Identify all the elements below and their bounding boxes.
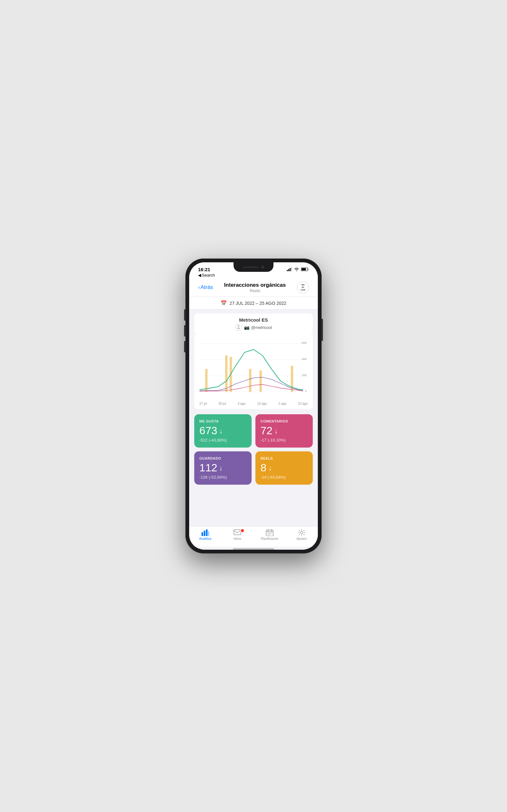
- stat-change-me-gusta: -522 (-43,68%): [199, 438, 246, 443]
- svg-rect-34: [269, 534, 270, 535]
- stat-value-comentarios: 72: [261, 425, 273, 436]
- svg-rect-6: [302, 268, 306, 270]
- x-label-2: 30 jul: [218, 402, 226, 405]
- tab-label-ajustes: Ajustes: [297, 537, 307, 541]
- calendar-icon: 📅: [221, 300, 227, 306]
- brand-logo[interactable]: metricool: [297, 281, 309, 293]
- svg-rect-22: [204, 531, 205, 536]
- account-handle-row: metricool 📷 @metricool: [235, 324, 272, 331]
- status-bar: 16:21: [189, 262, 318, 272]
- nav-bar: ‹ Atrás Interacciones orgánicas Reels me…: [189, 280, 318, 297]
- svg-rect-3: [291, 267, 292, 271]
- chart-container: 600 400 200 0: [194, 335, 313, 409]
- ajustes-icon: [298, 529, 305, 536]
- stat-label-guardado: GUARDADO: [199, 456, 246, 460]
- svg-rect-32: [271, 532, 272, 534]
- inbox-badge: [240, 528, 245, 533]
- svg-rect-24: [208, 531, 209, 536]
- content-area: 📅 27 JUL 2022 – 25 AGO 2022 Metricool ES…: [189, 297, 318, 526]
- stat-label-comentarios: COMENTARIOS: [261, 419, 308, 423]
- wifi-icon: [294, 267, 299, 271]
- back-button[interactable]: ‹ Atrás: [198, 284, 213, 291]
- notch: [233, 262, 274, 272]
- tab-bar: Analítica Inbox: [189, 526, 318, 547]
- tab-analitica[interactable]: Analítica: [194, 529, 216, 541]
- x-label-5: 2 ago: [279, 402, 286, 405]
- account-card: Metricool ES metricool 📷 @metricool: [194, 313, 313, 335]
- stat-arrow-me-gusta: ↓: [219, 427, 223, 435]
- stat-value-row-guardado: 112 ↓: [199, 462, 246, 473]
- stat-value-me-gusta: 673: [199, 425, 217, 436]
- date-range-bar[interactable]: 📅 27 JUL 2022 – 25 AGO 2022: [189, 297, 318, 310]
- svg-text:600: 600: [302, 341, 307, 345]
- svg-rect-2: [290, 268, 291, 271]
- svg-rect-0: [287, 270, 288, 271]
- signal-icon: [287, 267, 292, 271]
- chart-area: 600 400 200 0: [197, 337, 310, 401]
- phone-frame: 16:21: [185, 258, 322, 554]
- svg-rect-21: [202, 532, 203, 536]
- tab-label-planificacion: Planificación: [261, 537, 279, 541]
- x-label-1: 27 jul: [199, 402, 207, 405]
- svg-text:0: 0: [305, 389, 306, 393]
- status-icons: [287, 267, 309, 271]
- planificacion-icon: [266, 529, 274, 536]
- stat-value-row-reels: 8 ↓: [261, 462, 308, 473]
- tab-label-inbox: Inbox: [233, 537, 241, 541]
- stat-value-reels: 8: [261, 462, 267, 473]
- page-subtitle: Reels: [224, 288, 286, 293]
- x-label-3: 3 ago: [238, 402, 245, 405]
- page-title: Interacciones orgánicas: [224, 282, 286, 288]
- x-label-6: 23 ago: [298, 402, 308, 405]
- svg-rect-30: [268, 532, 269, 534]
- account-name: Metricool ES: [239, 317, 268, 322]
- svg-rect-25: [234, 530, 241, 535]
- stat-value-row-comentarios: 72 ↓: [261, 425, 308, 436]
- svg-rect-33: [268, 534, 269, 535]
- home-indicator: [233, 548, 274, 550]
- tab-ajustes[interactable]: Ajustes: [291, 529, 313, 541]
- svg-rect-19: [260, 370, 262, 392]
- x-axis-labels: 27 jul 30 jul 3 ago 10 ago 2 ago 23 ago: [197, 402, 310, 405]
- stat-arrow-comentarios: ↓: [274, 427, 278, 435]
- tab-inbox[interactable]: Inbox: [226, 529, 248, 541]
- stat-arrow-guardado: ↓: [219, 464, 223, 472]
- tab-planificacion[interactable]: Planificación: [259, 529, 281, 541]
- stat-card-guardado[interactable]: GUARDADO 112 ↓ -126 (-52,94%): [194, 451, 251, 485]
- account-logo-small: metricool: [235, 324, 242, 331]
- chart-svg: 600 400 200 0: [197, 337, 310, 401]
- battery-icon: [301, 267, 309, 271]
- stat-label-reels: REELS: [261, 456, 308, 460]
- svg-text:400: 400: [302, 357, 307, 361]
- search-back-bar: ◀ Search: [189, 272, 318, 280]
- stat-change-guardado: -126 (-52,94%): [199, 475, 246, 479]
- stat-card-comentarios[interactable]: COMENTARIOS 72 ↓ -17 (-19,10%): [256, 414, 313, 448]
- svg-text:200: 200: [302, 373, 307, 377]
- stat-change-comentarios: -17 (-19,10%): [261, 438, 308, 443]
- svg-rect-18: [249, 369, 251, 392]
- svg-point-35: [300, 531, 303, 534]
- x-label-4: 10 ago: [257, 402, 267, 405]
- account-handle: @metricool: [251, 325, 272, 330]
- analitica-icon: [201, 529, 210, 536]
- search-back-text: Search: [202, 273, 215, 277]
- stat-change-reels: -14 (-63,64%): [261, 475, 308, 479]
- back-label: Atrás: [201, 284, 213, 291]
- stat-value-guardado: 112: [199, 462, 217, 473]
- svg-rect-5: [308, 269, 308, 270]
- date-range-text: 27 JUL 2022 – 25 AGO 2022: [229, 301, 286, 306]
- notch-speaker: [243, 266, 259, 268]
- search-back-arrow: ◀: [198, 273, 201, 277]
- stat-value-row-me-gusta: 673 ↓: [199, 425, 246, 436]
- stats-grid: ME GUSTA 673 ↓ -522 (-43,68%) COMENTARIO…: [189, 409, 318, 490]
- svg-rect-16: [225, 356, 228, 392]
- phone-screen: 16:21: [189, 262, 318, 550]
- svg-rect-1: [288, 269, 289, 271]
- tab-label-analitica: Analítica: [199, 537, 211, 541]
- stat-card-me-gusta[interactable]: ME GUSTA 673 ↓ -522 (-43,68%): [194, 414, 251, 448]
- stat-card-reels[interactable]: REELS 8 ↓ -14 (-63,64%): [256, 451, 313, 485]
- notch-camera: [261, 265, 264, 269]
- svg-rect-31: [269, 532, 270, 534]
- stat-arrow-reels: ↓: [268, 464, 272, 472]
- status-time: 16:21: [198, 267, 210, 272]
